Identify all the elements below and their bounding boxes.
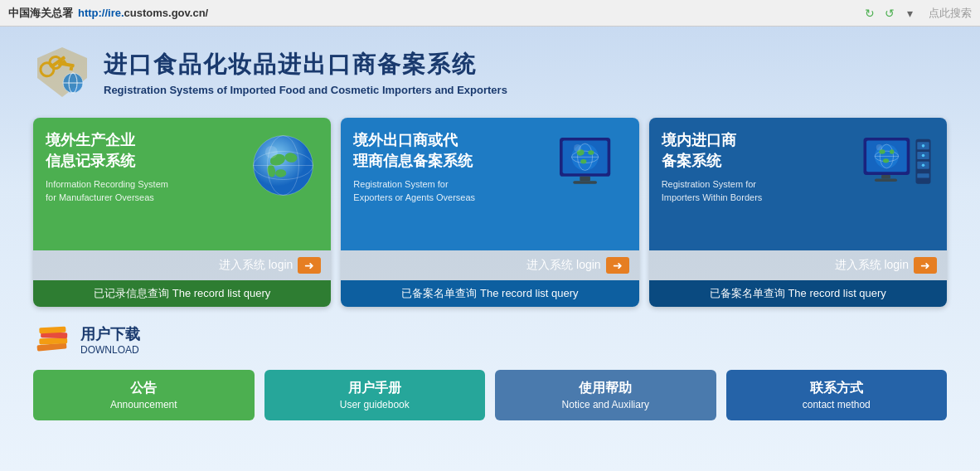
logo-icon xyxy=(33,43,91,101)
svg-point-52 xyxy=(922,163,925,167)
announcement-label-zh: 公告 xyxy=(41,380,246,397)
panels-container: 境外生产企业信息记录系统 Information Recording Syste… xyxy=(33,118,947,307)
help-label-en: Notice and Auxiliary xyxy=(503,399,708,410)
panel-overseas-manufacturer: 境外生产企业信息记录系统 Information Recording Syste… xyxy=(33,118,331,307)
svg-rect-32 xyxy=(580,177,590,181)
help-button[interactable]: 使用帮助 Notice and Auxiliary xyxy=(495,370,716,420)
download-subtitle: DOWNLOAD xyxy=(80,344,140,356)
guidebook-button[interactable]: 用户手册 User guidebook xyxy=(264,370,486,420)
panel-3-title: 境内进口商备案系统 xyxy=(662,130,763,172)
panel-1-body: 境外生产企业信息记录系统 Information Recording Syste… xyxy=(33,118,331,250)
panel-1-subtitle: Information Recording Systemfor Manufact… xyxy=(46,178,168,204)
svg-point-51 xyxy=(922,154,925,158)
stop-icon[interactable]: ↺ xyxy=(882,6,897,21)
panel-3-text: 境内进口商备案系统 Registration System forImporte… xyxy=(662,130,763,204)
panel-1-login-text: 进入系统 login xyxy=(219,258,293,273)
panel-3-subtitle: Registration System forImporters Within … xyxy=(662,178,763,204)
page-subtitle: Registration Systems of Imported Food an… xyxy=(104,84,507,96)
download-text: 用户下载 DOWNLOAD xyxy=(80,324,140,356)
guidebook-label-en: User guidebook xyxy=(273,399,478,410)
url-bar: http://ire.customs.gov.cn/ xyxy=(78,7,862,19)
svg-point-41 xyxy=(890,149,894,153)
svg-point-50 xyxy=(922,144,925,148)
panel-3-login[interactable]: 进入系统 login ➜ xyxy=(649,250,947,280)
contact-label-zh: 联系方式 xyxy=(735,380,939,397)
site-name: 中国海关总署 xyxy=(8,6,73,21)
svg-rect-53 xyxy=(917,173,929,177)
download-title: 用户下载 xyxy=(80,324,140,344)
panel-3-query-text: 已备案名单查询 The record list query xyxy=(710,287,886,299)
panel-2-query-text: 已备案名单查询 The record list query xyxy=(401,287,578,299)
download-books-icon xyxy=(33,323,70,357)
panel-overseas-exporter: 境外出口商或代理商信息备案系统 Registration System forE… xyxy=(341,118,638,307)
arrow-icon-2: ➜ xyxy=(606,257,629,274)
globe-icon xyxy=(248,130,318,201)
svg-rect-7 xyxy=(70,67,74,71)
url-prefix: http://ire. xyxy=(78,7,124,19)
announcement-label-en: Announcement xyxy=(41,399,246,410)
svg-rect-33 xyxy=(573,181,597,184)
panel-3-query[interactable]: 已备案名单查询 The record list query xyxy=(649,280,947,307)
header: 进口食品化妆品进出口商备案系统 Registration Systems of … xyxy=(33,43,947,101)
svg-point-15 xyxy=(275,169,286,177)
announcement-button[interactable]: 公告 Announcement xyxy=(33,370,255,420)
panel-1-query[interactable]: 已记录信息查询 The record list query xyxy=(33,280,331,307)
search-box[interactable]: 点此搜索 xyxy=(929,6,972,21)
btn-row: 公告 Announcement 用户手册 User guidebook 使用帮助… xyxy=(33,370,947,420)
panel-3-login-text: 进入系统 login xyxy=(835,258,909,273)
help-label-zh: 使用帮助 xyxy=(503,380,708,397)
panel-2-body: 境外出口商或代理商信息备案系统 Registration System forE… xyxy=(341,118,638,250)
arrow-icon-3: ➜ xyxy=(914,257,937,274)
svg-point-43 xyxy=(876,144,882,150)
arrow-icon: ➜ xyxy=(298,257,321,274)
panel-domestic-importer: 境内进口商备案系统 Registration System forImporte… xyxy=(649,118,947,307)
panel-2-login-text: 进入系统 login xyxy=(526,258,600,273)
header-text: 进口食品化妆品进出口商备案系统 Registration Systems of … xyxy=(104,49,507,96)
panel-2-title: 境外出口商或代理商信息备案系统 xyxy=(353,130,475,172)
page-title: 进口食品化妆品进出口商备案系统 xyxy=(104,49,507,80)
panel-2-text: 境外出口商或代理商信息备案系统 Registration System forE… xyxy=(353,130,475,204)
panel-1-title: 境外生产企业信息记录系统 xyxy=(46,130,168,172)
svg-rect-44 xyxy=(881,175,890,179)
dropdown-icon[interactable]: ▾ xyxy=(902,6,917,21)
url-main: customs.gov.cn/ xyxy=(124,7,209,19)
guidebook-label-zh: 用户手册 xyxy=(273,380,478,397)
svg-point-40 xyxy=(879,149,885,153)
svg-point-21 xyxy=(265,146,278,158)
monitor-tower-icon xyxy=(860,130,934,197)
panel-3-body: 境内进口商备案系统 Registration System forImporte… xyxy=(649,118,947,250)
main-content: 进口食品化妆品进出口商备案系统 Registration Systems of … xyxy=(0,27,980,437)
svg-point-42 xyxy=(883,158,889,163)
refresh-icon[interactable]: ↻ xyxy=(862,6,877,21)
panel-2-subtitle: Registration System forExporters or Agen… xyxy=(353,178,475,204)
panel-1-login[interactable]: 进入系统 login ➜ xyxy=(33,250,331,280)
panel-2-query[interactable]: 已备案名单查询 The record list query xyxy=(341,280,638,307)
monitor-globe-icon xyxy=(552,130,627,197)
svg-rect-55 xyxy=(39,337,67,344)
svg-point-31 xyxy=(574,144,581,152)
contact-label-en: contact method xyxy=(735,399,939,410)
contact-button[interactable]: 联系方式 contact method xyxy=(726,370,948,420)
svg-rect-45 xyxy=(875,178,897,182)
panel-2-login[interactable]: 进入系统 login ➜ xyxy=(341,250,638,280)
browser-bar: 中国海关总署 http://ire.customs.gov.cn/ ↻ ↺ ▾ … xyxy=(0,0,980,27)
panel-1-text: 境外生产企业信息记录系统 Information Recording Syste… xyxy=(46,130,168,204)
browser-controls: ↻ ↺ ▾ 点此搜索 xyxy=(862,6,972,21)
svg-point-30 xyxy=(580,159,586,163)
download-section: 用户下载 DOWNLOAD xyxy=(33,323,947,357)
panel-1-query-text: 已记录信息查询 The record list query xyxy=(94,287,270,299)
svg-point-29 xyxy=(588,150,594,154)
